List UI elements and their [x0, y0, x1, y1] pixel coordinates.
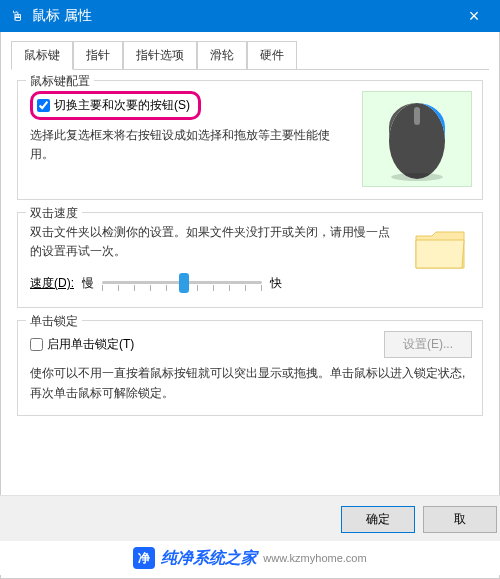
svg-point-2	[391, 173, 443, 181]
group-double-click: 双击速度 双击文件夹以检测你的设置。如果文件夹没打开或关闭，请用慢一点的设置再试…	[17, 212, 483, 308]
close-icon[interactable]: ×	[454, 0, 494, 32]
group-double-click-legend: 双击速度	[26, 205, 82, 222]
tab-buttons[interactable]: 鼠标键	[11, 41, 73, 70]
ok-button[interactable]: 确定	[341, 506, 415, 533]
watermark-text: 纯净系统之家	[161, 548, 257, 569]
double-click-desc: 双击文件夹以检测你的设置。如果文件夹没打开或关闭，请用慢一点的设置再试一次。	[30, 223, 400, 261]
click-lock-label: 启用单击锁定(T)	[47, 336, 134, 353]
watermark-url: www.kzmyhome.com	[263, 552, 366, 564]
swap-buttons-input[interactable]	[37, 99, 50, 112]
tab-pointer-options[interactable]: 指针选项	[123, 41, 197, 70]
mouse-window-icon: 🖱	[10, 8, 24, 24]
speed-slider-thumb[interactable]	[179, 273, 189, 293]
watermark: 净 纯净系统之家 www.kzmyhome.com	[0, 541, 500, 575]
group-click-lock-legend: 单击锁定	[26, 313, 82, 330]
dialog-button-row: 确定 取	[0, 495, 500, 541]
swap-buttons-checkbox[interactable]: 切换主要和次要的按钮(S)	[30, 91, 201, 120]
click-lock-settings-button: 设置(E)...	[384, 331, 472, 358]
swap-buttons-desc: 选择此复选框来将右按钮设成如选择和拖放等主要性能使用。	[30, 126, 330, 164]
cancel-button[interactable]: 取	[423, 506, 497, 533]
speed-slider[interactable]	[102, 271, 262, 295]
group-button-config: 鼠标键配置 切换主要和次要的按钮(S) 选择此复选框来将右按钮设成如选择和拖放等…	[17, 80, 483, 200]
swap-buttons-label: 切换主要和次要的按钮(S)	[54, 97, 190, 114]
group-click-lock: 单击锁定 启用单击锁定(T) 设置(E)... 使你可以不用一直按着鼠标按钮就可…	[17, 320, 483, 415]
tab-pointers[interactable]: 指针	[73, 41, 123, 70]
window-title: 鼠标 属性	[32, 7, 454, 25]
svg-rect-1	[414, 107, 420, 125]
tab-wheel[interactable]: 滑轮	[197, 41, 247, 70]
click-lock-desc: 使你可以不用一直按着鼠标按钮就可以突出显示或拖拽。单击鼠标以进入锁定状态,再次单…	[30, 364, 472, 402]
group-button-config-legend: 鼠标键配置	[26, 73, 94, 90]
tab-strip: 鼠标键 指针 指针选项 滑轮 硬件	[11, 40, 489, 70]
watermark-logo-icon: 净	[133, 547, 155, 569]
speed-slow-label: 慢	[82, 275, 94, 292]
click-lock-input[interactable]	[30, 338, 43, 351]
double-click-test-folder[interactable]	[408, 223, 472, 275]
tab-hardware[interactable]: 硬件	[247, 41, 297, 70]
speed-fast-label: 快	[270, 275, 282, 292]
speed-label: 速度(D):	[30, 275, 74, 292]
titlebar: 🖱 鼠标 属性 ×	[0, 0, 500, 32]
click-lock-checkbox[interactable]: 启用单击锁定(T)	[30, 336, 134, 353]
mouse-preview-image	[362, 91, 472, 187]
